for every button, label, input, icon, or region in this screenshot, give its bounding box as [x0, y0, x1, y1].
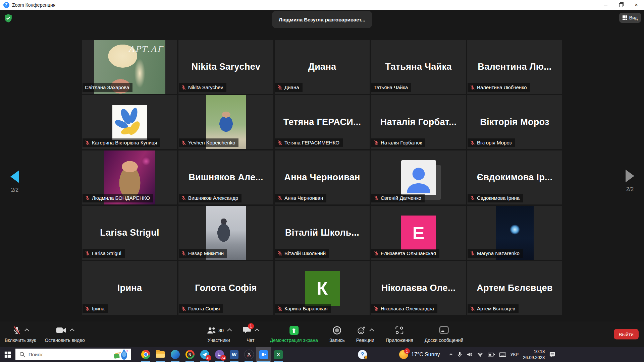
- whiteboards-button[interactable]: Доски сообщений: [425, 321, 464, 347]
- unmute-button[interactable]: Включить звук: [5, 321, 36, 347]
- muted-mic-icon: [277, 195, 282, 200]
- close-button[interactable]: ×: [629, 0, 644, 10]
- view-button[interactable]: Вид: [619, 13, 641, 23]
- reactions-button[interactable]: Реакции: [356, 321, 374, 347]
- taskbar-clock[interactable]: 10:18 26.09.2023: [523, 349, 545, 360]
- participant-tile[interactable]: Наталія Горбат...Наталія Горбатюк: [371, 95, 466, 149]
- participant-label: Світлана Захарова: [83, 83, 132, 92]
- participant-tile[interactable]: Артем БєлєвцевАртем Бєлєвцев: [467, 261, 562, 315]
- participant-tile[interactable]: Віталій Школь...Віталій Школьний: [275, 206, 370, 260]
- video-options-chevron[interactable]: [69, 328, 74, 333]
- leave-button[interactable]: Выйти: [614, 329, 639, 340]
- tray-keyboard-icon[interactable]: [499, 352, 506, 357]
- participant-tile[interactable]: EЕлизавета Ольшанская: [371, 206, 466, 260]
- reactions-chevron[interactable]: [369, 328, 374, 333]
- participants-button[interactable]: 30 Участники: [206, 321, 231, 347]
- reactions-smiley-icon: [357, 326, 366, 335]
- muted-mic-icon: [374, 140, 379, 145]
- page-indicator-left: 2/2: [5, 187, 25, 193]
- share-screen-button[interactable]: Демонстрация экрана: [270, 321, 318, 347]
- action-center-icon[interactable]: [549, 351, 555, 358]
- zoom-taskbar-icon[interactable]: [256, 347, 271, 362]
- next-page-button[interactable]: 2/2: [620, 170, 640, 192]
- avatar-default-visual: [401, 160, 436, 195]
- minimize-button[interactable]: [598, 0, 613, 10]
- word-taskbar-icon[interactable]: W: [227, 347, 241, 362]
- participant-tile[interactable]: Вишняков Але...Вишняков Александр: [178, 150, 273, 204]
- help-icon[interactable]: ?: [358, 350, 367, 359]
- weather-text: 17°C Sunny: [411, 352, 440, 358]
- chrome-profile-taskbar-icon[interactable]: N: [182, 347, 197, 362]
- participant-label: Елизавета Ольшанская: [371, 249, 439, 258]
- active-speaker-toast: Людмила Безугла разговаривает...: [272, 11, 372, 28]
- participant-tile[interactable]: Yevhen Kopeichenko: [178, 95, 273, 149]
- participant-tile[interactable]: Вікторія МорозВікторія Мороз: [467, 95, 562, 149]
- start-button[interactable]: [0, 347, 15, 362]
- participant-label: Nikita Sarychev: [179, 83, 226, 92]
- excel-taskbar-icon[interactable]: X: [271, 347, 286, 362]
- security-shield-icon[interactable]: [4, 14, 12, 23]
- chat-unread-badge: 1: [248, 323, 254, 329]
- participant-tile[interactable]: АРТ.АГСвітлана Захарова: [82, 40, 177, 94]
- muted-mic-icon: [277, 306, 282, 311]
- participant-tile[interactable]: Ніколаєва Оле...Ніколаєва Олександра: [371, 261, 466, 315]
- apps-button[interactable]: Приложения: [386, 321, 413, 347]
- snipping-tool-taskbar-icon[interactable]: [241, 347, 256, 362]
- camera-icon: [56, 326, 66, 334]
- participant-tile[interactable]: Голота СофіяГолота Софія: [178, 261, 273, 315]
- participant-tile[interactable]: ІринаІрина: [82, 261, 177, 315]
- participant-tile[interactable]: ККарина Баранская: [275, 261, 370, 315]
- language-indicator[interactable]: УКР: [511, 352, 519, 357]
- muted-mic-icon: [181, 140, 186, 145]
- participant-tile[interactable]: Валентина Лю...Валентина Любченко: [467, 40, 562, 94]
- prev-page-button[interactable]: 2/2: [5, 170, 25, 193]
- tray-network-icon[interactable]: [477, 352, 483, 357]
- chrome-taskbar-icon[interactable]: [138, 347, 153, 362]
- viber-taskbar-icon[interactable]: 34: [212, 347, 227, 362]
- participant-name: Ніколаєва Оле...: [381, 283, 456, 293]
- participant-label: Анна Черноиван: [275, 194, 326, 202]
- participant-tile[interactable]: Maryna Nazarenko: [467, 206, 562, 260]
- muted-mic-icon: [85, 195, 90, 200]
- participant-tile[interactable]: Larisa StrigulLarisa Strigul: [82, 206, 177, 260]
- participant-name: Татьяна Чайка: [385, 62, 451, 72]
- restore-button[interactable]: [613, 0, 629, 10]
- search-doodle-icon: [113, 349, 128, 360]
- participant-tile[interactable]: Nikita SarychevNikita Sarychev: [178, 40, 273, 94]
- participant-label: Людмила БОНДАРЕНКО: [83, 194, 153, 202]
- participant-label: Назар Микитин: [179, 249, 227, 258]
- next-page-arrow-icon[interactable]: [626, 170, 634, 182]
- participants-count: 30: [218, 328, 224, 333]
- taskbar-search-input[interactable]: Поиск: [15, 349, 131, 360]
- muted-mic-icon: [277, 85, 282, 90]
- chat-chevron[interactable]: [255, 328, 259, 333]
- weather-widget[interactable]: 1 17°C Sunny: [399, 350, 440, 359]
- participant-tile[interactable]: Татьяна ЧайкаТатьяна Чайка: [371, 40, 466, 94]
- muted-mic-icon: [85, 251, 90, 256]
- chat-button[interactable]: 1 Чат: [243, 321, 259, 347]
- participant-tile[interactable]: Катерина Вікторівна Куниця: [82, 95, 177, 149]
- participant-tile[interactable]: Євгеній Датченко: [371, 150, 466, 204]
- participant-label: Голота Софія: [179, 304, 223, 313]
- participant-tile[interactable]: Людмила БОНДАРЕНКО: [82, 150, 177, 204]
- participant-tile[interactable]: Назар Микитин: [178, 206, 273, 260]
- participant-tile[interactable]: ДианаДиана: [275, 40, 370, 94]
- page-indicator-right: 2/2: [620, 186, 640, 192]
- audio-options-chevron[interactable]: [24, 328, 29, 333]
- stop-video-button[interactable]: Остановить видео: [45, 321, 85, 347]
- participants-chevron[interactable]: [227, 328, 232, 333]
- tray-speaker-icon[interactable]: [466, 352, 473, 357]
- tray-expand-chevron-icon[interactable]: [449, 353, 453, 356]
- tray-microphone-icon[interactable]: [458, 352, 462, 358]
- participant-label: Євдокимова Ірина: [468, 194, 523, 202]
- participant-tile[interactable]: Тетяна ГЕРАСИ...Тетяна ГЕРАСИМЕНКО: [275, 95, 370, 149]
- participant-tile[interactable]: Євдокимова Ір...Євдокимова Ірина: [467, 150, 562, 204]
- participant-label: Вишняков Александр: [179, 194, 241, 202]
- record-button[interactable]: Запись: [329, 321, 345, 347]
- prev-page-arrow-icon[interactable]: [10, 170, 19, 183]
- participant-tile[interactable]: Анна ЧерноиванАнна Черноиван: [275, 150, 370, 204]
- telegram-taskbar-icon[interactable]: 45: [197, 347, 212, 362]
- file-explorer-taskbar-icon[interactable]: [153, 347, 168, 362]
- edge-taskbar-icon[interactable]: [168, 347, 182, 362]
- tray-battery-icon[interactable]: [488, 353, 495, 357]
